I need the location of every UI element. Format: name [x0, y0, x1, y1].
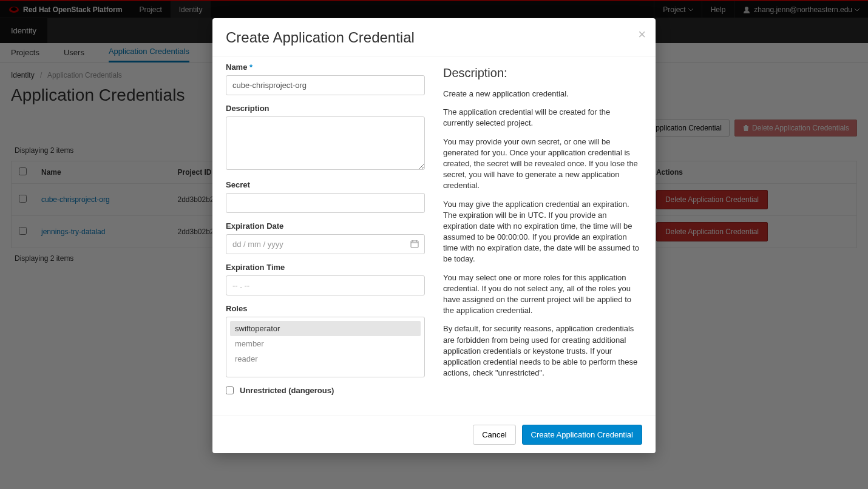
calendar-icon[interactable]	[410, 240, 419, 250]
description-textarea[interactable]	[226, 116, 425, 170]
secret-label: Secret	[226, 180, 425, 189]
secret-input[interactable]	[226, 193, 425, 213]
name-label: Name *	[226, 62, 425, 72]
role-option[interactable]: member	[230, 336, 421, 351]
help-text: Create a new application credential.	[443, 89, 642, 99]
roles-listbox[interactable]: swiftoperator member reader	[226, 317, 425, 377]
role-option[interactable]: reader	[230, 351, 421, 366]
unrestricted-label: Unrestricted (dangerous)	[240, 386, 334, 395]
modal-title: Create Application Credential	[226, 29, 642, 46]
role-option[interactable]: swiftoperator	[230, 321, 421, 336]
close-icon[interactable]: ×	[638, 27, 646, 42]
description-label: Description	[226, 104, 425, 113]
help-text: You may select one or more roles for thi…	[443, 272, 642, 317]
modal-overlay: Create Application Credential × Name * D…	[0, 0, 868, 489]
expiration-time-input[interactable]	[226, 275, 425, 295]
help-text: You may provide your own secret, or one …	[443, 137, 642, 192]
expiration-date-input[interactable]	[226, 234, 425, 254]
svg-rect-3	[411, 241, 418, 248]
roles-label: Roles	[226, 304, 425, 313]
name-input[interactable]	[226, 75, 425, 95]
unrestricted-checkbox[interactable]	[226, 386, 234, 394]
help-text: The application credential will be creat…	[443, 107, 642, 129]
help-text: You may give the application credential …	[443, 199, 642, 265]
help-text: By default, for security reasons, applic…	[443, 323, 642, 379]
submit-button[interactable]: Create Application Credential	[522, 425, 642, 445]
create-credential-modal: Create Application Credential × Name * D…	[212, 18, 656, 453]
help-heading: Description:	[443, 66, 642, 80]
expiration-date-label: Expiration Date	[226, 221, 425, 231]
cancel-button[interactable]: Cancel	[473, 425, 515, 445]
expiration-time-label: Expiration Time	[226, 263, 425, 272]
